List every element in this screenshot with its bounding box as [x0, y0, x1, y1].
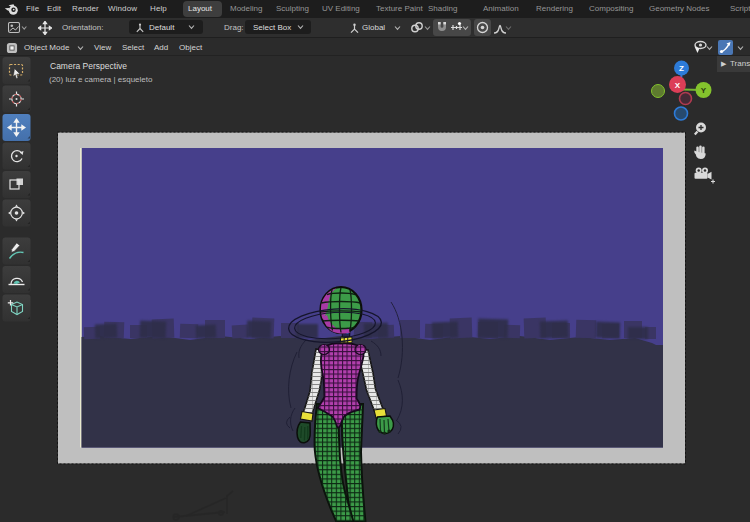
svg-text:X: X	[675, 81, 681, 90]
svg-text:Y: Y	[701, 86, 707, 95]
svg-text:Z: Z	[679, 64, 684, 73]
